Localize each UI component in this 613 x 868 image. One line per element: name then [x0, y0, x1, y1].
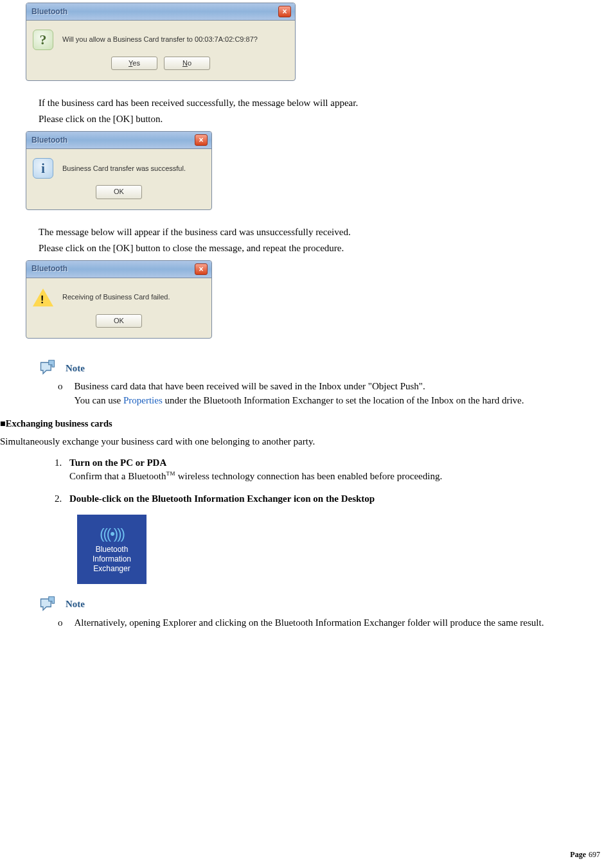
- wireless-icon: (((•))): [100, 525, 124, 543]
- step-title: Turn on the PC or PDA: [69, 457, 166, 468]
- ok-button[interactable]: OK: [96, 314, 142, 328]
- body-text: Simultaneously exchange your business ca…: [0, 435, 613, 448]
- properties-link[interactable]: Properties: [123, 395, 163, 405]
- icon-label: Information: [93, 554, 131, 564]
- list-item: Double-click on the Bluetooth Informatio…: [64, 492, 613, 506]
- dialog-title: Bluetooth: [31, 263, 67, 274]
- section-heading: ■Exchanging business cards: [0, 417, 613, 430]
- note-text: under the Bluetooth Information Exchange…: [163, 395, 524, 405]
- body-text: Please click on the [OK] button to close…: [39, 242, 613, 255]
- note-text: Alternatively, opening Explorer and clic…: [75, 616, 544, 630]
- dialog-title: Bluetooth: [31, 6, 67, 17]
- dialog-message: Will you allow a Business Card transfer …: [62, 35, 258, 44]
- list-marker: o: [58, 616, 63, 630]
- failure-dialog: Bluetooth × Receiving of Business Card f…: [26, 260, 212, 339]
- step-body: Confirm that a BluetoothTM wireless tech…: [69, 471, 442, 481]
- body-text: The message below will appear if the bus…: [39, 226, 613, 239]
- page-number: Page697: [570, 849, 600, 860]
- dialog-message: Business Card transfer was successful.: [62, 164, 186, 173]
- dialog-message: Receiving of Business Card failed.: [62, 292, 170, 302]
- note-list: o Business card data that have been rece…: [58, 380, 613, 408]
- list-item: Turn on the PC or PDA Confirm that a Blu…: [64, 456, 613, 483]
- warning-icon: [33, 287, 53, 308]
- dialog-title: Bluetooth: [31, 135, 67, 146]
- dialog-body: ? Will you allow a Business Card transfe…: [26, 21, 295, 80]
- titlebar: Bluetooth ×: [26, 261, 211, 278]
- list-marker: o: [58, 380, 63, 408]
- steps-list: Turn on the PC or PDA Confirm that a Blu…: [64, 456, 613, 506]
- dialog-body: i Business Card transfer was successful.…: [26, 149, 211, 209]
- note-block: Note: [39, 359, 613, 377]
- step-title: Double-click on the Bluetooth Informatio…: [69, 493, 375, 504]
- note-block: Note: [39, 596, 613, 614]
- bluetooth-exchanger-icon[interactable]: (((•))) Bluetooth Information Exchanger: [77, 515, 147, 584]
- body-text: Please click on the [OK] button.: [39, 112, 613, 126]
- list-item: o Business card data that have been rece…: [58, 380, 613, 408]
- close-icon[interactable]: ×: [278, 6, 291, 17]
- note-label: Note: [66, 598, 85, 611]
- info-icon: i: [33, 158, 53, 179]
- body-text: If the business card has been received s…: [39, 96, 613, 110]
- ok-button[interactable]: OK: [96, 185, 142, 199]
- question-icon: ?: [33, 30, 53, 50]
- close-icon[interactable]: ×: [195, 134, 208, 146]
- dialog-body: Receiving of Business Card failed. OK: [26, 278, 211, 338]
- success-dialog: Bluetooth × i Business Card transfer was…: [26, 131, 212, 209]
- no-button[interactable]: No: [164, 57, 210, 70]
- note-text: You can use: [75, 395, 123, 405]
- note-list: o Alternatively, opening Explorer and cl…: [58, 616, 613, 630]
- icon-label: Bluetooth: [96, 545, 129, 554]
- titlebar: Bluetooth ×: [26, 132, 211, 149]
- note-icon: [39, 359, 57, 377]
- note-text: Business card data that have been receiv…: [75, 381, 425, 391]
- titlebar: Bluetooth ×: [26, 3, 295, 21]
- icon-label: Exchanger: [93, 564, 130, 574]
- note-icon: [39, 596, 57, 614]
- yes-button[interactable]: Yes: [111, 57, 157, 70]
- note-label: Note: [66, 362, 85, 375]
- confirm-dialog: Bluetooth × ? Will you allow a Business …: [26, 3, 296, 81]
- list-item: o Alternatively, opening Explorer and cl…: [58, 616, 613, 630]
- close-icon[interactable]: ×: [195, 263, 208, 275]
